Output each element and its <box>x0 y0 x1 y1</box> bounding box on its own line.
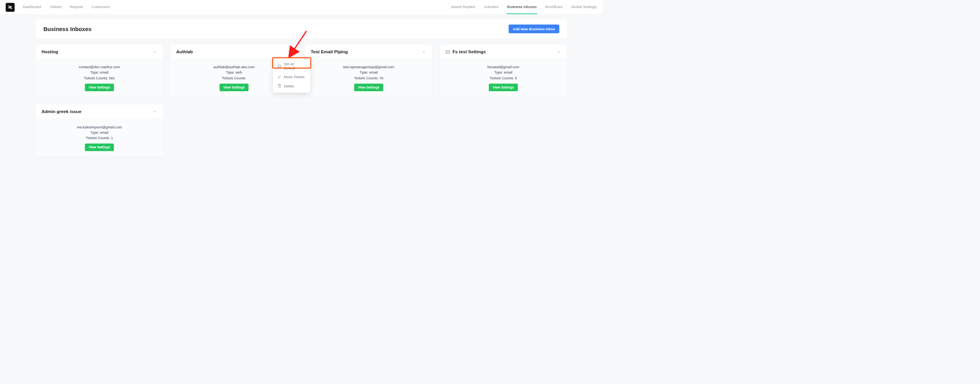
nav-activities[interactable]: Activities <box>483 5 499 14</box>
card-email: fsrussel@gmail.com <box>444 65 562 69</box>
card-menu-toggle[interactable] <box>287 49 292 55</box>
card-type: Type: email <box>41 130 158 134</box>
dropdown-item-label: Move Tickets <box>284 75 304 79</box>
card-menu-toggle[interactable] <box>152 109 158 115</box>
card-type: Type: email <box>444 71 562 74</box>
folder-check-icon <box>277 64 281 68</box>
trash-icon <box>277 84 281 88</box>
card-email: test.wpmanageninja@gmail.com <box>310 65 428 69</box>
nav-global-settings[interactable]: Global Settings <box>571 5 597 14</box>
nav-business-inboxes[interactable]: Business Inboxes <box>506 5 537 14</box>
page-header: Business Inboxes Add New Business Inbox <box>36 19 567 38</box>
card-type: Type: email <box>310 71 428 74</box>
nav-primary: Dashboard Tickets Reports Customers <box>22 0 451 14</box>
card-ticket-count: Tickets Counts: 1 <box>41 136 158 139</box>
nav-dashboard[interactable]: Dashboard <box>22 5 42 14</box>
card-header: Authlab <box>171 44 298 59</box>
card-body: contact@dev-mahfuz.com Type: email Ticke… <box>36 59 163 97</box>
card-header: Fs test Settings <box>440 44 567 59</box>
page-title: Business Inboxes <box>43 26 92 32</box>
nav-saved-replies[interactable]: Saved Replies <box>451 5 476 14</box>
card-ticket-count: Tickets Counts: 581 <box>41 76 158 80</box>
card-dropdown-menu: Set as Default Move Tickets Delete <box>273 57 310 92</box>
chevron-down-icon <box>288 50 291 54</box>
card-body: test.wpmanageninja@gmail.com Type: email… <box>305 59 432 97</box>
page-content: Business Inboxes Add New Business Inbox … <box>0 15 603 166</box>
card-title: Test Email Piping <box>311 49 348 55</box>
nav-secondary: Saved Replies Activities Business Inboxe… <box>451 0 597 14</box>
view-settings-button[interactable]: View Settings <box>85 84 114 91</box>
dropdown-set-default[interactable]: Set as Default <box>273 60 310 72</box>
top-navbar: Dashboard Tickets Reports Customers Save… <box>0 0 603 15</box>
inbox-card: Authlab authlab@authlab-dev.com Type: we… <box>171 44 298 97</box>
card-email: me.kylesimpson@gmail.com <box>41 125 158 129</box>
logo-icon <box>8 5 13 10</box>
inbox-card: Hosting contact@dev-mahfuz.com Type: ema… <box>36 44 163 97</box>
dropdown-item-label: Delete <box>284 84 294 88</box>
pencil-icon <box>277 75 281 79</box>
inbox-card: Test Email Piping test.wpmanageninja@gma… <box>305 44 432 97</box>
nav-customers[interactable]: Customers <box>91 5 110 14</box>
chevron-down-icon <box>422 50 426 54</box>
chevron-down-icon <box>153 50 157 54</box>
app-logo[interactable] <box>6 3 15 11</box>
dropdown-move-tickets[interactable]: Move Tickets <box>273 72 310 81</box>
card-email: contact@dev-mahfuz.com <box>41 65 158 69</box>
card-title: Admin greek issue <box>41 109 81 115</box>
card-menu-toggle[interactable] <box>556 49 561 55</box>
card-title: Fs test Settings <box>452 49 486 55</box>
card-menu-toggle[interactable] <box>421 49 427 55</box>
card-header: Test Email Piping <box>305 44 432 59</box>
add-business-inbox-button[interactable]: Add New Business Inbox <box>508 25 559 33</box>
inbox-card: Admin greek issue me.kylesimpson@gmail.c… <box>36 104 163 157</box>
card-ticket-count: Tickets Counts: 78 <box>310 76 428 80</box>
default-inbox-icon <box>446 49 450 54</box>
card-body: me.kylesimpson@gmail.com Type: email Tic… <box>36 119 163 157</box>
card-body: fsrussel@gmail.com Type: email Tickets C… <box>440 59 567 97</box>
card-title: Authlab <box>176 49 192 55</box>
view-settings-button[interactable]: View Settings <box>220 84 249 91</box>
nav-workflows[interactable]: Workflows <box>545 5 563 14</box>
chevron-down-icon <box>153 110 157 114</box>
inbox-card: Fs test Settings fsrussel@gmail.com Type… <box>440 44 567 97</box>
nav-tickets[interactable]: Tickets <box>49 5 62 14</box>
dropdown-item-label: Set as Default <box>284 62 306 70</box>
view-settings-button[interactable]: View Settings <box>354 84 383 91</box>
card-header: Hosting <box>36 44 163 59</box>
card-title: Hosting <box>41 49 58 55</box>
card-header: Admin greek issue <box>36 104 163 119</box>
card-type: Type: email <box>41 71 158 74</box>
view-settings-button[interactable]: View Settings <box>489 84 518 91</box>
chevron-down-icon <box>557 50 561 54</box>
nav-reports[interactable]: Reports <box>69 5 84 14</box>
card-menu-toggle[interactable] <box>152 49 158 55</box>
inbox-card-grid: Hosting contact@dev-mahfuz.com Type: ema… <box>36 44 567 157</box>
card-ticket-count: Tickets Counts: 6 <box>444 76 562 80</box>
dropdown-delete[interactable]: Delete <box>273 81 310 90</box>
view-settings-button[interactable]: View Settings <box>85 144 114 151</box>
